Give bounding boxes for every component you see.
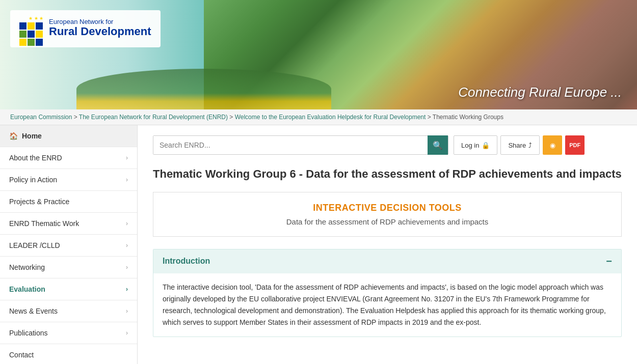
intro-header-title: Introduction	[163, 257, 210, 266]
sidebar-item-contact[interactable]: Contact	[0, 344, 137, 364]
intro-section: Introduction − The interactive decision …	[153, 249, 622, 337]
sidebar-item-home[interactable]: 🏠 Home	[0, 125, 137, 147]
sidebar-label-about-enrd: About the ENRD	[9, 154, 62, 162]
collapse-icon: −	[606, 256, 612, 267]
logo-text: European Network for Rural Development	[49, 18, 151, 38]
sidebar: 🏠 Home About the ENRD › Policy in Action…	[0, 125, 138, 364]
page-title: Thematic Working Group 6 - Data for the …	[153, 167, 622, 182]
chevron-icon: ›	[126, 307, 128, 315]
logo-area[interactable]: ★ ★ ★ European Network	[10, 10, 161, 47]
decision-tools-box: INTERACTIVE DECISION TOOLS Data for the …	[153, 192, 622, 237]
sidebar-label-publications: Publications	[9, 329, 48, 337]
sidebar-item-projects-practice[interactable]: Projects & Practice	[0, 191, 137, 213]
main-layout: 🏠 Home About the ENRD › Policy in Action…	[0, 125, 637, 364]
breadcrumb-current: Thematic Working Groups	[433, 114, 503, 121]
sidebar-item-publications[interactable]: Publications ›	[0, 322, 137, 344]
chevron-icon: ›	[126, 329, 128, 337]
sidebar-item-networking[interactable]: Networking ›	[0, 257, 137, 278]
sidebar-label-contact: Contact	[9, 351, 34, 359]
share-label: Share	[508, 142, 526, 149]
site-header: ★ ★ ★ European Network	[0, 0, 637, 109]
logo-text-bottom: Rural Development	[49, 25, 151, 38]
intro-body: The interactive decision tool, 'Data for…	[153, 273, 621, 337]
lock-icon: 🔒	[482, 142, 490, 149]
breadcrumb-ec[interactable]: European Commission	[10, 114, 72, 121]
sidebar-item-evaluation[interactable]: Evaluation ›	[0, 278, 137, 300]
chevron-icon: ›	[126, 154, 128, 161]
pdf-icon: PDF	[569, 142, 580, 148]
chevron-icon: ›	[126, 242, 128, 249]
search-button[interactable]: 🔍	[428, 135, 448, 155]
sidebar-item-policy-action[interactable]: Policy in Action ›	[0, 169, 137, 191]
breadcrumb: European Commission > The European Netwo…	[0, 109, 637, 125]
rss-button[interactable]: ◉	[543, 135, 562, 155]
connecting-tagline: Connecting Rural Europe ...	[458, 85, 622, 100]
intro-header[interactable]: Introduction −	[153, 249, 621, 273]
chevron-icon-active: ›	[126, 286, 128, 293]
search-input[interactable]	[153, 136, 428, 154]
breadcrumb-enrd[interactable]: The European Network for Rural Developme…	[79, 114, 228, 121]
sidebar-item-about-enrd[interactable]: About the ENRD ›	[0, 147, 137, 169]
sidebar-label-networking: Networking	[9, 263, 45, 271]
chevron-icon: ›	[126, 264, 128, 271]
search-icon: 🔍	[433, 141, 443, 150]
chevron-icon: ›	[126, 220, 128, 227]
share-icon: ⤴	[528, 142, 532, 149]
logo-text-top: European Network for	[49, 18, 151, 25]
login-label: Log in	[461, 142, 479, 149]
logo-flag: ★ ★ ★ European Network	[19, 16, 151, 39]
decision-tools-title: INTERACTIVE DECISION TOOLS	[164, 203, 611, 213]
sidebar-item-news-events[interactable]: News & Events ›	[0, 300, 137, 322]
sidebar-item-leader-clld[interactable]: LEADER /CLLD ›	[0, 235, 137, 257]
sidebar-label-news-events: News & Events	[9, 307, 58, 315]
top-bar: 🔍 Log in 🔒 Share ⤴ ◉ PDF	[153, 135, 622, 155]
sidebar-label-enrd-thematic: ENRD Thematic Work	[9, 219, 79, 228]
content-area: 🔍 Log in 🔒 Share ⤴ ◉ PDF	[138, 125, 637, 364]
sidebar-label-evaluation: Evaluation	[9, 285, 45, 293]
decision-tools-subtitle: Data for the assessment of RDP achieveme…	[164, 217, 611, 226]
share-button[interactable]: Share ⤴	[500, 135, 540, 155]
breadcrumb-helpdesk[interactable]: Welcome to the European Evaluation Helpd…	[235, 114, 426, 121]
chevron-icon: ›	[126, 176, 128, 183]
rss-icon: ◉	[550, 142, 555, 149]
login-button[interactable]: Log in 🔒	[454, 135, 497, 155]
home-icon: 🏠	[9, 132, 18, 140]
top-actions: Log in 🔒 Share ⤴ ◉ PDF	[454, 135, 585, 155]
intro-text: The interactive decision tool, 'Data for…	[163, 282, 612, 328]
sidebar-label-projects-practice: Projects & Practice	[9, 198, 69, 206]
sidebar-label-policy-action: Policy in Action	[9, 176, 57, 184]
sidebar-home-label: Home	[22, 132, 128, 140]
search-container: 🔍	[153, 135, 448, 155]
sidebar-label-leader-clld: LEADER /CLLD	[9, 241, 60, 249]
header-sunflowers	[76, 69, 331, 109]
pdf-button[interactable]: PDF	[565, 135, 585, 155]
sidebar-item-enrd-thematic[interactable]: ENRD Thematic Work ›	[0, 213, 137, 235]
